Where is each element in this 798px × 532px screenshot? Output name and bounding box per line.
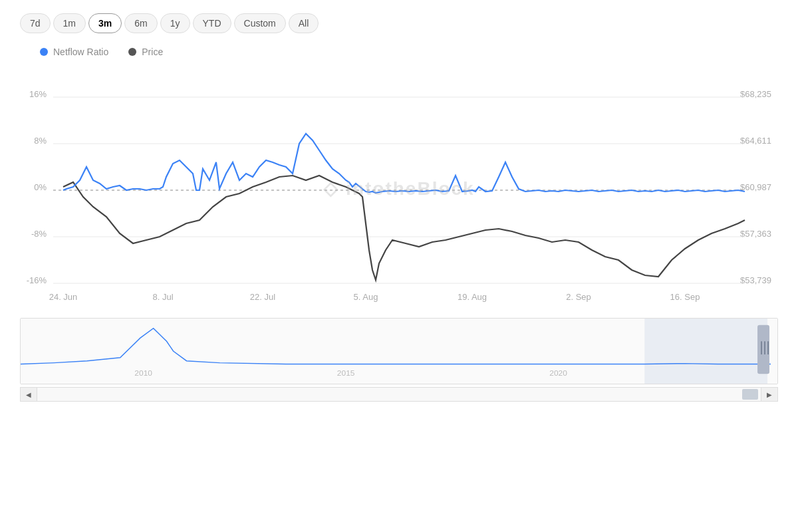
nav-selection [644, 319, 767, 384]
main-container: 7d1m3m6m1yYTDCustomAll Netflow Ratio Pri… [0, 0, 798, 532]
main-chart-svg: 16% 8% 0% -8% -16% $68,235 $64,611 $60,9… [20, 64, 778, 310]
y-right-60987: $60,987 [740, 182, 771, 192]
chart-svg-wrapper: ◇ intotheBlock 16% 8% 0% -8% -16% $68,23… [20, 64, 778, 313]
netflow-label: Netflow Ratio [53, 47, 108, 57]
x-label-jun24: 24. Jun [49, 292, 78, 302]
y-label-neg16pct: -16% [27, 275, 47, 285]
nav-year-2020: 2020 [549, 368, 567, 378]
time-btn-all[interactable]: All [289, 13, 319, 33]
scrollbar: ◀ ▶ [20, 387, 778, 402]
x-label-aug5: 5. Aug [354, 292, 378, 302]
x-label-jul8: 8. Jul [152, 292, 173, 302]
y-label-16pct: 16% [29, 89, 47, 99]
price-label: Price [142, 47, 163, 57]
nav-year-2010: 2010 [134, 368, 152, 378]
scroll-track[interactable] [37, 387, 761, 402]
time-btn-3m[interactable]: 3m [88, 13, 122, 33]
scroll-right-button[interactable]: ▶ [761, 387, 778, 402]
time-btn-6m[interactable]: 6m [124, 13, 157, 33]
x-label-aug19: 19. Aug [458, 292, 487, 302]
legend-netflow: Netflow Ratio [40, 47, 108, 57]
y-label-8pct: 8% [34, 136, 47, 146]
netflow-line [63, 134, 745, 193]
scroll-thumb[interactable] [742, 389, 758, 400]
x-label-sep2: 2. Sep [566, 292, 591, 302]
y-right-57363: $57,363 [740, 229, 771, 239]
legend: Netflow Ratio Price [0, 40, 798, 61]
navigator-svg: 2010 2015 2020 [21, 319, 777, 384]
y-right-68235: $68,235 [740, 89, 771, 99]
navigator: 2010 2015 2020 [20, 318, 778, 384]
y-right-53739: $53,739 [740, 275, 771, 285]
time-btn-1m[interactable]: 1m [53, 13, 86, 33]
time-btn-1y[interactable]: 1y [160, 13, 190, 33]
netflow-dot [40, 48, 48, 56]
chart-area: ◇ intotheBlock 16% 8% 0% -8% -16% $68,23… [0, 64, 798, 313]
x-label-jul22: 22. Jul [250, 292, 275, 302]
y-label-neg8pct: -8% [31, 229, 47, 239]
legend-price: Price [128, 47, 163, 57]
time-btn-custom[interactable]: Custom [234, 13, 286, 33]
time-btn-ytd[interactable]: YTD [193, 13, 231, 33]
price-dot [128, 48, 136, 56]
scroll-left-button[interactable]: ◀ [20, 387, 37, 402]
y-label-0pct: 0% [34, 182, 47, 192]
time-range-buttons: 7d1m3m6m1yYTDCustomAll [0, 0, 798, 40]
x-label-sep16: 16. Sep [670, 292, 700, 302]
time-btn-7d[interactable]: 7d [20, 13, 51, 33]
nav-year-2015: 2015 [337, 368, 355, 378]
y-right-64611: $64,611 [740, 136, 771, 146]
